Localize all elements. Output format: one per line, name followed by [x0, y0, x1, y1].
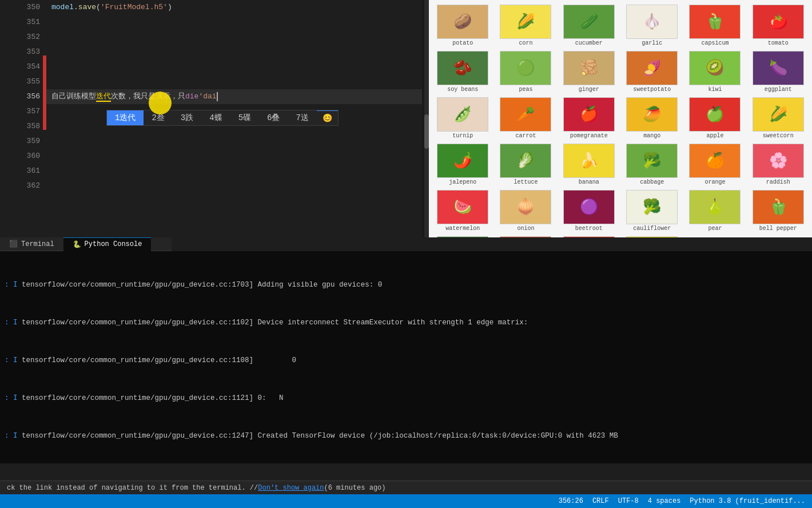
ime-candidate-6[interactable]: 6叠: [259, 110, 288, 125]
fruit-image-spinach: 🥬: [437, 236, 488, 237]
fruit-cell-kiwi[interactable]: 🥝kiwi: [683, 49, 746, 95]
line-num-350: 350: [0, 0, 40, 15]
fruit-cell-carrot[interactable]: 🥕carrot: [494, 95, 557, 141]
line-num-356: 356: [0, 89, 40, 104]
ime-candidate-1[interactable]: 1迭代: [107, 110, 144, 125]
fruit-image-watermelon: 🍉: [437, 190, 488, 224]
code-token: model: [51, 3, 74, 11]
tab-terminal[interactable]: ⬛ Terminal: [0, 237, 63, 251]
fruit-image-raddish: 🌸: [753, 144, 804, 178]
code-line-361: [46, 164, 429, 178]
status-language[interactable]: Python 3.8 (fruit_identif...: [690, 497, 805, 505]
fruit-image-jalepeno: 🌶️: [437, 144, 488, 178]
fruit-label-cabbage: cabbage: [640, 179, 664, 185]
fruit-label-cauliflower: cauliflower: [633, 225, 671, 232]
fruit-cell-onion[interactable]: 🧅onion: [494, 188, 557, 234]
fruit-image-eggplant: 🍆: [753, 51, 804, 85]
tab-python-console[interactable]: 🐍 Python Console: [63, 237, 152, 251]
fruit-cell-potato[interactable]: 🥔potato: [431, 2, 494, 49]
fruit-image-soy-beans: 🫘: [437, 51, 488, 85]
notification-bar: ck the link instead of navigating to it …: [0, 481, 812, 494]
fruit-image-orange: 🍊: [689, 144, 741, 178]
fruit-cell-cucumber[interactable]: 🥒cucumber: [558, 2, 620, 49]
status-encoding[interactable]: UTF-8: [618, 497, 639, 505]
fruit-label-raddish: raddish: [766, 179, 790, 185]
fruit-image-bell-pepper: 🫑: [753, 190, 804, 224]
fruit-cell-bell-pepper[interactable]: 🫑bell pepper: [747, 188, 810, 234]
ime-emoji-button[interactable]: 😊: [317, 111, 338, 125]
notification-time: (6 minutes ago): [324, 484, 386, 492]
fruit-cell-capsicum[interactable]: 🫑capsicum: [683, 2, 746, 49]
ime-candidate-2[interactable]: 2叁: [144, 110, 172, 125]
ime-candidate-7[interactable]: 7送: [288, 110, 316, 125]
line-num-358: 358: [0, 119, 40, 134]
fruit-cell-sweetpotato[interactable]: 🍠sweetpotato: [620, 49, 683, 95]
fruit-cell-pomegranate[interactable]: 🍎pomegranate: [558, 95, 620, 141]
status-position[interactable]: 356:26: [559, 497, 583, 505]
ime-candidate-4[interactable]: 4蝶: [201, 110, 230, 125]
fruit-image-chilli-pepper: 🌶️: [563, 236, 615, 237]
fruit-cell-turnip[interactable]: 🫛turnip: [431, 95, 494, 141]
fruit-cell-pear[interactable]: 🍐pear: [683, 188, 746, 234]
line-num-360: 360: [0, 149, 40, 164]
fruit-cell-chilli-pepper[interactable]: 🌶️chilli pepper: [558, 234, 620, 237]
fruit-label-sweetpotato: sweetpotato: [633, 86, 671, 93]
fruit-label-orange: orange: [704, 179, 725, 185]
fruit-cell-cabbage[interactable]: 🥦cabbage: [620, 141, 683, 188]
status-right: 356:26 CRLF UTF-8 4 spaces Python 3.8 (f…: [559, 497, 805, 505]
ime-candidate-5[interactable]: 5碟: [230, 110, 259, 125]
fruit-cell-jalepeno[interactable]: 🌶️jalepeno: [431, 141, 494, 188]
fruit-label-sweetcorn: sweetcorn: [763, 133, 794, 139]
status-line-ending[interactable]: CRLF: [592, 497, 609, 505]
python-icon: 🐍: [73, 240, 81, 249]
line-num-351: 351: [0, 15, 40, 30]
fruit-cell-apple[interactable]: 🍏apple: [683, 95, 746, 141]
fruit-cell-corn[interactable]: 🌽corn: [494, 2, 557, 49]
fruit-cell-lettuce[interactable]: 🥬lettuce: [494, 141, 557, 188]
fruit-cell-raddish[interactable]: 🌸raddish: [747, 141, 810, 188]
notification-link[interactable]: Don't show again: [258, 484, 324, 492]
line-num-354: 354: [0, 59, 40, 74]
fruit-cell-ginger[interactable]: 🫚ginger: [558, 49, 620, 95]
fruit-cell-paprika[interactable]: 🌶️paprika: [494, 234, 557, 237]
fruit-image-panel[interactable]: 🥔potato🌽corn🥒cucumber🧄garlic🫑capsicum🍅to…: [429, 0, 812, 237]
fruit-cell-sweetcorn[interactable]: 🌽sweetcorn: [747, 95, 810, 141]
code-line-356[interactable]: 自己训练模型迭代次数，我只是演示，只die'dai: [46, 89, 429, 104]
code-paren2: ): [168, 3, 172, 11]
fruit-image-ginger: 🫚: [563, 51, 615, 85]
fruit-cell-mango[interactable]: 🥭mango: [620, 95, 683, 141]
code-line-350[interactable]: model.save('FruitModel.h5'): [46, 0, 429, 15]
fruit-image-turnip: 🫛: [437, 97, 488, 132]
fruit-cell-cauliflower[interactable]: 🥦cauliflower: [620, 188, 683, 234]
fruit-cell-orange[interactable]: 🍊orange: [683, 141, 746, 188]
fruit-image-pomegranate: 🍎: [563, 97, 615, 132]
fruit-cell-eggplant[interactable]: 🍆eggplant: [747, 49, 810, 95]
ime-candidate-3[interactable]: 3跌: [173, 110, 201, 125]
fruit-image-carrot: 🥕: [500, 97, 551, 132]
terminal-panel[interactable]: : I tensorflow/core/common_runtime/gpu/g…: [0, 251, 812, 463]
fruit-image-potato: 🥔: [437, 5, 488, 39]
bottom-tab-bar: ⬛ Terminal 🐍 Python Console: [0, 237, 172, 251]
fruit-cell-watermelon[interactable]: 🍉watermelon: [431, 188, 494, 234]
line-numbers: 350 351 352 353 354 355 356 357 358 359 …: [0, 0, 46, 237]
fruit-cell-soy-beans[interactable]: 🫘soy beans: [431, 49, 494, 95]
ime-candidates[interactable]: 1迭代 2叁 3跌 4蝶 5碟 6叠 7送 😊: [107, 110, 338, 125]
fruit-cell-beetroot[interactable]: 🟣beetroot: [558, 188, 620, 234]
fruit-cell-spinach[interactable]: 🥬spinach: [431, 234, 494, 237]
status-indent[interactable]: 4 spaces: [648, 497, 681, 505]
fruit-cell-tomato[interactable]: 🍅tomato: [747, 2, 810, 49]
fruit-label-apple: apple: [706, 133, 723, 139]
code-string2: 'dai: [198, 92, 216, 101]
fruit-label-jalepeno: jalepeno: [449, 179, 476, 185]
ime-popup[interactable]: 1迭代 2叁 3跌 4蝶 5碟 6叠 7送 😊: [106, 110, 339, 126]
code-line-355: [46, 74, 429, 89]
fruit-cell-banana[interactable]: 🍌banana: [558, 141, 620, 188]
code-chinese2: 次数，我只是演示，只: [111, 92, 185, 101]
term-line-2: : I tensorflow/core/common_runtime/gpu/g…: [0, 316, 812, 329]
fruit-cell-garlic[interactable]: 🧄garlic: [620, 2, 683, 49]
fruit-label-beetroot: beetroot: [575, 225, 603, 232]
fruit-cell-lemon[interactable]: 🍋lemon: [620, 234, 683, 237]
editor-vertical-scrollbar[interactable]: [424, 0, 429, 237]
fruit-cell-peas[interactable]: 🟢peas: [494, 49, 557, 95]
editor-scrollbar-thumb[interactable]: [424, 114, 429, 149]
